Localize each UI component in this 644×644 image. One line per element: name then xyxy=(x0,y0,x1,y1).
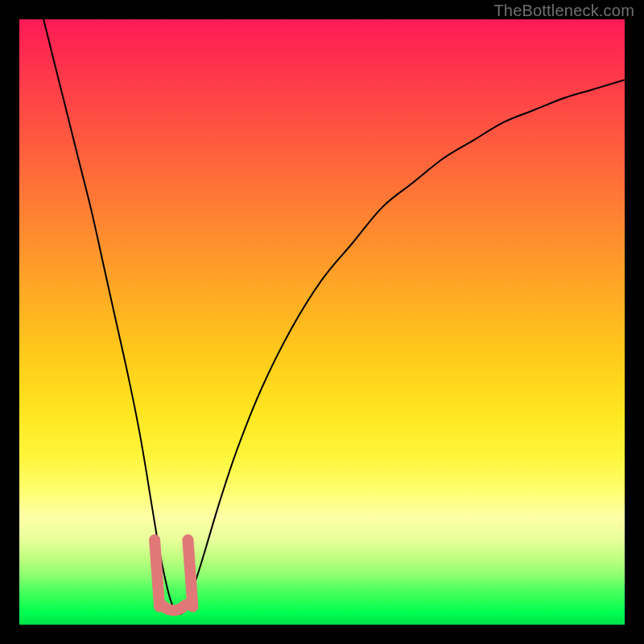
pink-highlight-group xyxy=(155,540,192,611)
pink-highlight-bottom xyxy=(162,605,186,610)
pink-highlight-right xyxy=(188,540,192,607)
watermark-text: TheBottleneck.com xyxy=(493,2,634,20)
bottleneck-curve xyxy=(43,19,625,614)
pink-highlight-left xyxy=(155,540,159,607)
plot-area xyxy=(19,19,625,625)
chart-frame: TheBottleneck.com xyxy=(0,0,644,644)
curve-layer xyxy=(19,19,625,625)
